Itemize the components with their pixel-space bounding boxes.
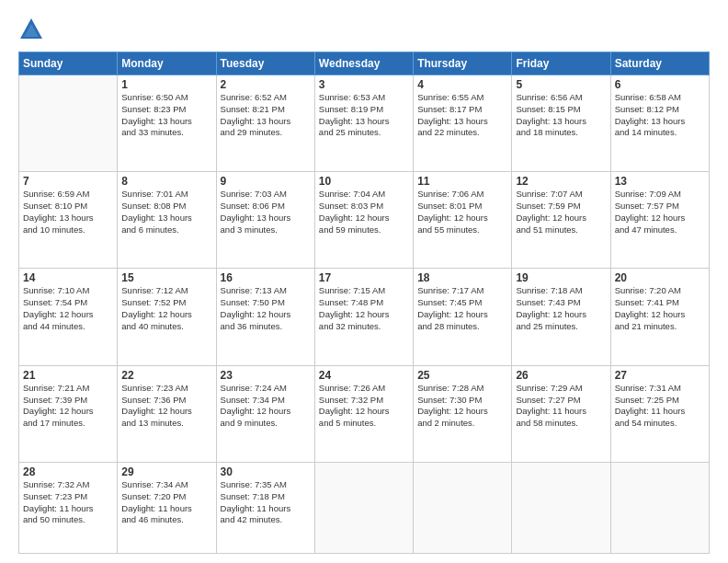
day-info: Sunrise: 7:12 AMSunset: 7:52 PMDaylight:… bbox=[121, 285, 211, 332]
day-number: 22 bbox=[121, 369, 211, 382]
day-number: 15 bbox=[121, 271, 211, 284]
day-info: Sunrise: 7:32 AMSunset: 7:23 PMDaylight:… bbox=[23, 479, 113, 526]
table-row: 4Sunrise: 6:55 AMSunset: 8:17 PMDaylight… bbox=[414, 75, 512, 172]
table-row: 1Sunrise: 6:50 AMSunset: 8:23 PMDaylight… bbox=[118, 75, 216, 172]
day-info: Sunrise: 6:53 AMSunset: 8:19 PMDaylight:… bbox=[319, 92, 409, 139]
day-number: 4 bbox=[417, 78, 507, 91]
table-row: 27Sunrise: 7:31 AMSunset: 7:25 PMDayligh… bbox=[610, 365, 709, 462]
table-row: 22Sunrise: 7:23 AMSunset: 7:36 PMDayligh… bbox=[118, 365, 216, 462]
logo bbox=[18, 17, 48, 42]
day-number: 19 bbox=[516, 271, 606, 284]
day-info: Sunrise: 7:01 AMSunset: 8:08 PMDaylight:… bbox=[121, 189, 211, 236]
day-number: 18 bbox=[417, 271, 507, 284]
day-number: 7 bbox=[23, 175, 113, 188]
table-row: 8Sunrise: 7:01 AMSunset: 8:08 PMDaylight… bbox=[118, 172, 216, 269]
table-row: 26Sunrise: 7:29 AMSunset: 7:27 PMDayligh… bbox=[512, 365, 610, 462]
day-info: Sunrise: 6:58 AMSunset: 8:12 PMDaylight:… bbox=[615, 92, 705, 139]
table-row: 19Sunrise: 7:18 AMSunset: 7:43 PMDayligh… bbox=[512, 269, 610, 365]
day-number: 27 bbox=[615, 369, 705, 382]
day-number: 30 bbox=[221, 465, 311, 478]
day-number: 11 bbox=[417, 175, 507, 188]
day-info: Sunrise: 7:13 AMSunset: 7:50 PMDaylight:… bbox=[221, 285, 311, 332]
day-number: 16 bbox=[221, 271, 311, 284]
table-row bbox=[314, 462, 413, 553]
day-info: Sunrise: 7:21 AMSunset: 7:39 PMDaylight:… bbox=[23, 383, 113, 430]
page: Sunday Monday Tuesday Wednesday Thursday… bbox=[0, 0, 728, 563]
day-number: 1 bbox=[121, 78, 211, 91]
day-number: 9 bbox=[221, 175, 311, 188]
day-number: 24 bbox=[319, 369, 409, 382]
day-number: 3 bbox=[319, 78, 409, 91]
table-row bbox=[610, 462, 709, 553]
day-number: 12 bbox=[516, 175, 606, 188]
col-sunday: Sunday bbox=[19, 52, 118, 75]
day-number: 8 bbox=[121, 175, 211, 188]
table-row bbox=[19, 75, 118, 172]
day-info: Sunrise: 7:10 AMSunset: 7:54 PMDaylight:… bbox=[23, 285, 113, 332]
col-thursday: Thursday bbox=[414, 52, 512, 75]
calendar-table: Sunday Monday Tuesday Wednesday Thursday… bbox=[18, 52, 710, 554]
col-saturday: Saturday bbox=[610, 52, 709, 75]
day-info: Sunrise: 7:04 AMSunset: 8:03 PMDaylight:… bbox=[319, 189, 409, 236]
day-info: Sunrise: 6:52 AMSunset: 8:21 PMDaylight:… bbox=[221, 92, 311, 139]
day-number: 10 bbox=[319, 175, 409, 188]
calendar-header-row: Sunday Monday Tuesday Wednesday Thursday… bbox=[19, 52, 710, 75]
day-number: 17 bbox=[319, 271, 409, 284]
day-info: Sunrise: 7:24 AMSunset: 7:34 PMDaylight:… bbox=[221, 383, 311, 430]
day-info: Sunrise: 7:09 AMSunset: 7:57 PMDaylight:… bbox=[615, 189, 705, 236]
table-row: 13Sunrise: 7:09 AMSunset: 7:57 PMDayligh… bbox=[610, 172, 709, 269]
day-info: Sunrise: 7:29 AMSunset: 7:27 PMDaylight:… bbox=[516, 383, 606, 430]
day-info: Sunrise: 7:17 AMSunset: 7:45 PMDaylight:… bbox=[417, 285, 507, 332]
day-info: Sunrise: 7:15 AMSunset: 7:48 PMDaylight:… bbox=[319, 285, 409, 332]
table-row: 3Sunrise: 6:53 AMSunset: 8:19 PMDaylight… bbox=[314, 75, 413, 172]
day-info: Sunrise: 7:35 AMSunset: 7:18 PMDaylight:… bbox=[221, 479, 311, 526]
header bbox=[18, 17, 710, 42]
table-row: 2Sunrise: 6:52 AMSunset: 8:21 PMDaylight… bbox=[216, 75, 314, 172]
table-row: 30Sunrise: 7:35 AMSunset: 7:18 PMDayligh… bbox=[216, 462, 314, 553]
table-row: 5Sunrise: 6:56 AMSunset: 8:15 PMDaylight… bbox=[512, 75, 610, 172]
day-info: Sunrise: 7:07 AMSunset: 7:59 PMDaylight:… bbox=[516, 189, 606, 236]
col-wednesday: Wednesday bbox=[314, 52, 413, 75]
table-row: 23Sunrise: 7:24 AMSunset: 7:34 PMDayligh… bbox=[216, 365, 314, 462]
day-number: 14 bbox=[23, 271, 113, 284]
day-number: 28 bbox=[23, 465, 113, 478]
day-info: Sunrise: 7:28 AMSunset: 7:30 PMDaylight:… bbox=[417, 383, 507, 430]
day-info: Sunrise: 7:23 AMSunset: 7:36 PMDaylight:… bbox=[121, 383, 211, 430]
table-row: 14Sunrise: 7:10 AMSunset: 7:54 PMDayligh… bbox=[19, 269, 118, 365]
table-row: 16Sunrise: 7:13 AMSunset: 7:50 PMDayligh… bbox=[216, 269, 314, 365]
table-row: 24Sunrise: 7:26 AMSunset: 7:32 PMDayligh… bbox=[314, 365, 413, 462]
day-info: Sunrise: 6:50 AMSunset: 8:23 PMDaylight:… bbox=[121, 92, 211, 139]
table-row: 15Sunrise: 7:12 AMSunset: 7:52 PMDayligh… bbox=[118, 269, 216, 365]
table-row: 21Sunrise: 7:21 AMSunset: 7:39 PMDayligh… bbox=[19, 365, 118, 462]
day-info: Sunrise: 7:20 AMSunset: 7:41 PMDaylight:… bbox=[615, 285, 705, 332]
day-number: 5 bbox=[516, 78, 606, 91]
table-row: 25Sunrise: 7:28 AMSunset: 7:30 PMDayligh… bbox=[414, 365, 512, 462]
col-monday: Monday bbox=[118, 52, 216, 75]
day-number: 25 bbox=[417, 369, 507, 382]
day-number: 13 bbox=[615, 175, 705, 188]
day-number: 6 bbox=[615, 78, 705, 91]
day-number: 20 bbox=[615, 271, 705, 284]
day-info: Sunrise: 7:31 AMSunset: 7:25 PMDaylight:… bbox=[615, 383, 705, 430]
day-number: 26 bbox=[516, 369, 606, 382]
table-row: 20Sunrise: 7:20 AMSunset: 7:41 PMDayligh… bbox=[610, 269, 709, 365]
table-row: 17Sunrise: 7:15 AMSunset: 7:48 PMDayligh… bbox=[314, 269, 413, 365]
day-info: Sunrise: 6:56 AMSunset: 8:15 PMDaylight:… bbox=[516, 92, 606, 139]
day-info: Sunrise: 7:18 AMSunset: 7:43 PMDaylight:… bbox=[516, 285, 606, 332]
day-info: Sunrise: 6:55 AMSunset: 8:17 PMDaylight:… bbox=[417, 92, 507, 139]
day-number: 2 bbox=[221, 78, 311, 91]
day-info: Sunrise: 7:26 AMSunset: 7:32 PMDaylight:… bbox=[319, 383, 409, 430]
col-tuesday: Tuesday bbox=[216, 52, 314, 75]
day-info: Sunrise: 7:06 AMSunset: 8:01 PMDaylight:… bbox=[417, 189, 507, 236]
col-friday: Friday bbox=[512, 52, 610, 75]
table-row: 29Sunrise: 7:34 AMSunset: 7:20 PMDayligh… bbox=[118, 462, 216, 553]
table-row: 11Sunrise: 7:06 AMSunset: 8:01 PMDayligh… bbox=[414, 172, 512, 269]
table-row: 6Sunrise: 6:58 AMSunset: 8:12 PMDaylight… bbox=[610, 75, 709, 172]
table-row: 10Sunrise: 7:04 AMSunset: 8:03 PMDayligh… bbox=[314, 172, 413, 269]
table-row: 18Sunrise: 7:17 AMSunset: 7:45 PMDayligh… bbox=[414, 269, 512, 365]
day-info: Sunrise: 7:34 AMSunset: 7:20 PMDaylight:… bbox=[121, 479, 211, 526]
day-info: Sunrise: 7:03 AMSunset: 8:06 PMDaylight:… bbox=[221, 189, 311, 236]
day-info: Sunrise: 6:59 AMSunset: 8:10 PMDaylight:… bbox=[23, 189, 113, 236]
table-row bbox=[414, 462, 512, 553]
day-number: 23 bbox=[221, 369, 311, 382]
